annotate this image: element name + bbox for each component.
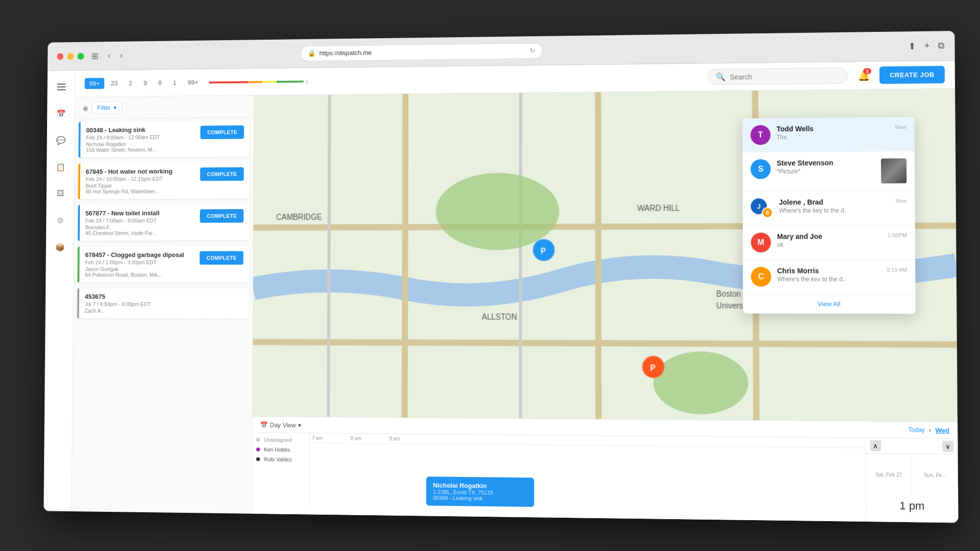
- job-card-00348[interactable]: 00348 - Leaking sink Feb 24 / 8:00am - 1…: [78, 120, 250, 158]
- sidebar-icon-chat[interactable]: 💬: [52, 131, 70, 148]
- agent-row-keri: Keri Hobbs: [252, 444, 310, 455]
- agent-name-rubi: Rubi Valdez: [264, 456, 292, 462]
- tab-23[interactable]: 23: [106, 77, 122, 89]
- notif-item-steve[interactable]: S Steve Stevenson *Picture*: [742, 151, 915, 191]
- job-info-678457: 678457 - Clogged garbage diposal Feb 24 …: [85, 251, 196, 277]
- day-grid: Unassigned Keri Hobbs Rubi Valdez: [252, 432, 958, 517]
- job-meta-678457: Feb 24 / 1:00pm - 3:00pm EDT: [85, 259, 196, 265]
- filter-button[interactable]: Filter ▾: [92, 101, 122, 114]
- tab-2[interactable]: 2: [124, 77, 137, 89]
- maximize-button[interactable]: [77, 52, 84, 59]
- notif-msg-todd: Thx: [777, 133, 889, 141]
- notif-content-chris: Chris Morris Where's the kev to the d..: [777, 266, 881, 283]
- unassigned-label: Unassigned: [264, 436, 292, 442]
- svg-text:Boston: Boston: [716, 289, 741, 298]
- share-icon[interactable]: ⬆: [908, 40, 916, 51]
- job-card-567877[interactable]: 567877 - New toilet install Feb 24 / 7:0…: [78, 204, 249, 241]
- job-title-67845: 67845 - Hot water not working: [86, 167, 196, 175]
- complete-button-567877[interactable]: COMPLETE: [200, 209, 244, 223]
- sidebar-icon-file[interactable]: 📋: [52, 158, 69, 175]
- tab-99plus-2[interactable]: 99+: [183, 76, 203, 88]
- notif-name-todd: Todd Wells: [777, 124, 889, 133]
- minimize-button[interactable]: [67, 52, 74, 59]
- search-input[interactable]: [730, 72, 839, 80]
- prev-day-icon[interactable]: ‹: [929, 426, 931, 434]
- search-bar[interactable]: 🔍: [707, 67, 848, 85]
- job-title-453675: 453675: [85, 293, 243, 300]
- content-area: ◉ Filter ▾ 00348 - Leaking sink Feb 24 /…: [72, 89, 958, 523]
- hamburger-menu[interactable]: [52, 78, 70, 95]
- cal-day-sun-label: Sun, Fe...: [924, 472, 946, 478]
- create-job-button[interactable]: CREATE JOB: [880, 66, 945, 84]
- tab-1[interactable]: 1: [168, 77, 181, 88]
- notif-name-chris: Chris Morris: [777, 266, 881, 274]
- svg-text:P: P: [540, 247, 546, 255]
- time-grid: 7 am 8 am 9 am Nicholai Rogatkin 1-23BL,…: [310, 433, 866, 516]
- notif-item-jolene-brad[interactable]: J B Jolene , Brad Where's the key to the…: [743, 191, 915, 225]
- calendar-nav: Today ‹ Wed: [908, 426, 950, 434]
- back-icon[interactable]: ‹: [106, 48, 113, 62]
- tab-99plus-1[interactable]: 99+: [85, 78, 104, 89]
- filter-chevron-icon: ▾: [113, 104, 117, 111]
- agent-dot-rubi: [256, 457, 260, 461]
- sidebar: 📅 💬 📋 🖼 ⚙ 📦: [44, 71, 75, 511]
- cal-next-icon[interactable]: ∨: [942, 440, 954, 452]
- sidebar-icon-calendar[interactable]: 📅: [52, 105, 70, 122]
- job-popup-card[interactable]: Nicholai Rogatkin 1-23BL, Ennis TX, 7511…: [426, 477, 534, 507]
- sidebar-icon-dispatch[interactable]: 📦: [51, 238, 69, 255]
- complete-button-678457[interactable]: COMPLETE: [200, 251, 244, 264]
- complete-button-67845[interactable]: COMPLETE: [200, 167, 244, 181]
- notif-content-steve: Steve Stevenson *Picture*: [777, 158, 875, 175]
- notif-name-steve: Steve Stevenson: [777, 158, 875, 167]
- address-bar[interactable]: 🔒 https://dispatch.me ↻: [301, 43, 543, 61]
- job-meta-67845: Feb 24 / 10:00am - 12:15pm EDT: [86, 175, 196, 182]
- unassigned-row: Unassigned: [252, 434, 310, 445]
- add-tab-icon[interactable]: +: [924, 40, 930, 51]
- agent-row-rubi: Rubi Valdez: [252, 454, 310, 464]
- tab-9[interactable]: 9: [139, 77, 151, 89]
- job-person-678457: Jason Gurtgak: [85, 266, 196, 272]
- notif-time-jolene: Now: [895, 197, 906, 203]
- job-title-567877: 567877 - New toilet install: [85, 209, 196, 216]
- sidebar-icon-settings[interactable]: ⚙: [51, 212, 69, 229]
- reload-icon[interactable]: ↻: [530, 47, 535, 54]
- view-all-button[interactable]: View All: [743, 294, 915, 313]
- cal-prev-icon[interactable]: ∧: [870, 440, 881, 451]
- job-info-67845: 67845 - Hot water not working Feb 24 / 1…: [86, 167, 196, 194]
- close-button[interactable]: [57, 53, 63, 60]
- svg-text:WARD HILL: WARD HILL: [637, 204, 680, 213]
- notif-time-todd: Now: [895, 124, 906, 130]
- today-button[interactable]: Today: [908, 426, 925, 433]
- notif-name-jolene: Jolene , Brad: [779, 197, 890, 206]
- traffic-lights: [57, 52, 84, 59]
- sidebar-icon-photo[interactable]: 🖼: [52, 185, 69, 202]
- job-card-67845[interactable]: 67845 - Hot water not working Feb 24 / 1…: [78, 162, 249, 199]
- filter-bar: ◉ Filter ▾: [75, 95, 254, 119]
- complete-button-00348[interactable]: COMPLETE: [200, 125, 244, 139]
- windows-icon[interactable]: ⧉: [938, 40, 945, 51]
- sidebar-toggle-icon[interactable]: ⊞: [90, 48, 100, 63]
- job-card-678457[interactable]: 678457 - Clogged garbage diposal Feb 24 …: [77, 246, 249, 282]
- cal-day-sat: Sat, Feb 27: [866, 454, 912, 495]
- notif-time-mary: 1:56PM: [887, 232, 907, 238]
- notif-item-chris[interactable]: C Chris Morris Where's the kev to the d.…: [743, 260, 915, 294]
- wednesday-label[interactable]: Wed: [935, 426, 950, 434]
- popup-job: 00348 - Leaking sink: [433, 495, 527, 502]
- app-container: 📅 💬 📋 🖼 ⚙ 📦 99+ 23 2 9 8 1 99+: [44, 61, 958, 523]
- notif-item-todd[interactable]: T Todd Wells Thx Now: [742, 117, 914, 152]
- tab-8[interactable]: 8: [153, 77, 166, 88]
- notif-item-mary[interactable]: M Mary and Joe ok 1:56PM: [743, 225, 915, 260]
- job-meta-567877: Feb 24 / 7:00am - 8:00am EDT: [85, 217, 196, 223]
- browser-window: ⊞ ‹ › 🔒 https://dispatch.me ↻ ⬆ + ⧉ 📅 💬 …: [44, 31, 958, 523]
- cal-days: Sat, Feb 27 Sun, Fe...: [866, 454, 958, 496]
- tab-arrow-icon[interactable]: ›: [305, 77, 308, 86]
- forward-icon[interactable]: ›: [118, 48, 125, 62]
- day-view-toggle[interactable]: 📅 Day View ▾: [260, 421, 301, 429]
- notification-button[interactable]: 🔔 2: [854, 66, 874, 85]
- job-info-567877: 567877 - New toilet install Feb 24 / 7:0…: [85, 209, 196, 236]
- job-card-453675[interactable]: 453675 Jul 7 / 4:50pm - 6:00pm EDT Zach …: [77, 288, 249, 318]
- calendar-icon: 📅: [260, 421, 268, 428]
- day-view-chevron: ▾: [298, 421, 301, 429]
- unassigned-dot: [256, 437, 260, 441]
- job-address-67845: 90 Hot Springs Rd, Watertown...: [86, 188, 196, 194]
